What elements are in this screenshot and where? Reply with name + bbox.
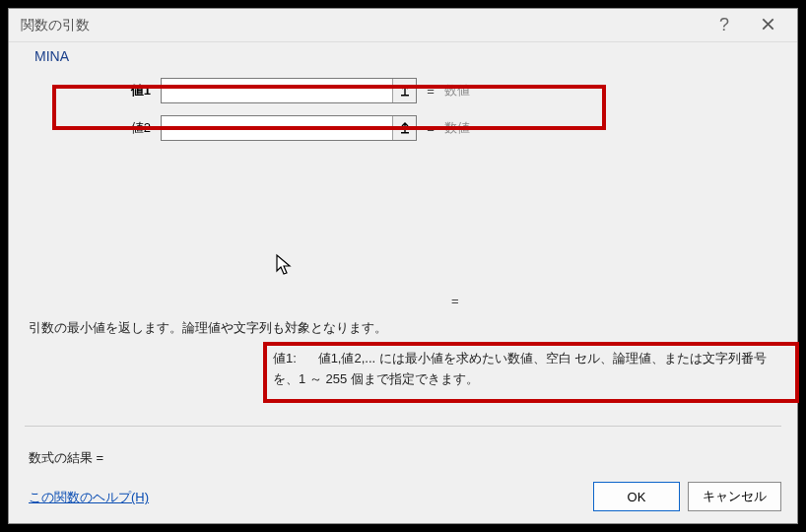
close-button[interactable] <box>746 11 789 40</box>
arg-row-2: 値2 = 数値 <box>33 113 773 143</box>
arg1-equals: = <box>417 84 444 99</box>
arg2-input[interactable] <box>162 116 392 140</box>
function-description: 引数の最小値を返します。論理値や文字列も対象となります。 <box>29 319 387 337</box>
arg1-label: 値1 <box>33 82 161 100</box>
argument-help-text: 値1,値2,... には最小値を求めたい数値、空白 セル、論理値、または文字列番… <box>273 351 767 386</box>
dialog-body: MINA 値1 = 数値 値2 <box>9 42 797 279</box>
function-arguments-dialog: 関数の引数 ? MINA 値1 = <box>8 8 798 524</box>
arg2-hint: 数値 <box>444 119 470 137</box>
arg1-input[interactable] <box>162 79 392 102</box>
argument-help-name: 値1: <box>273 349 314 369</box>
function-name: MINA <box>31 48 73 64</box>
ok-label: OK <box>628 490 646 504</box>
titlebar: 関数の引数 ? <box>9 9 797 42</box>
close-icon <box>762 18 774 33</box>
arg-row-1: 値1 = 数値 <box>33 76 773 105</box>
cancel-button[interactable]: キャンセル <box>688 482 781 511</box>
button-row: OK キャンセル <box>593 482 781 511</box>
ok-button[interactable]: OK <box>593 482 680 511</box>
arg2-input-wrap <box>161 115 417 141</box>
collapse-icon <box>399 120 411 137</box>
function-help-link[interactable]: この関数のヘルプ(H) <box>29 489 149 506</box>
collapse-icon <box>399 83 411 100</box>
help-button[interactable]: ? <box>703 11 746 40</box>
formula-result-label: 数式の結果 = <box>29 449 103 467</box>
svg-rect-0 <box>401 95 409 97</box>
cancel-label: キャンセル <box>703 488 767 505</box>
arg2-collapse-button[interactable] <box>392 116 416 140</box>
arg1-hint: 数値 <box>444 82 470 100</box>
arg1-input-wrap <box>161 78 417 103</box>
arg1-collapse-button[interactable] <box>392 79 416 102</box>
arguments-group: MINA 値1 = 数値 値2 <box>25 52 781 279</box>
help-icon: ? <box>719 15 729 35</box>
arg2-label: 値2 <box>33 119 161 137</box>
divider <box>25 426 781 427</box>
result-preview-equals: = <box>451 294 459 308</box>
dialog-title: 関数の引数 <box>21 17 703 34</box>
svg-rect-1 <box>401 132 409 134</box>
argument-help: 値1: 値1,値2,... には最小値を求めたい数値、空白 セル、論理値、または… <box>273 349 785 390</box>
arg2-equals: = <box>417 121 444 136</box>
